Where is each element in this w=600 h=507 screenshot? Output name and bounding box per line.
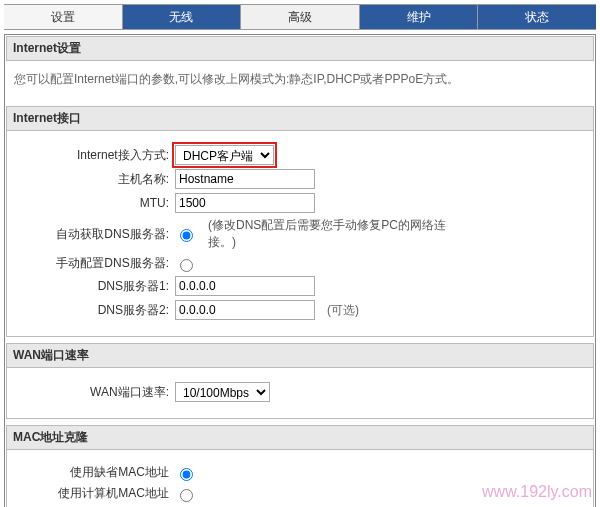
tab-status[interactable]: 状态 — [478, 5, 596, 29]
dns2-input[interactable] — [175, 300, 315, 320]
dns1-label: DNS服务器1: — [15, 278, 175, 295]
tab-maintenance[interactable]: 维护 — [360, 5, 479, 29]
dns1-input[interactable] — [175, 276, 315, 296]
hostname-input[interactable] — [175, 169, 315, 189]
tab-advanced[interactable]: 高级 — [241, 5, 360, 29]
internet-interface-body: Internet接入方式: DHCP客户端 主机名称: MTU: 自动获取DNS… — [6, 131, 594, 337]
watermark: www.192ly.com — [482, 483, 592, 501]
wan-rate-select[interactable]: 10/100Mbps — [175, 382, 270, 402]
main-panel: Internet设置 您可以配置Internet端口的参数,可以修改上网模式为:… — [4, 34, 596, 507]
tab-settings[interactable]: 设置 — [4, 5, 123, 29]
dns-auto-label: 自动获取DNS服务器: — [15, 226, 175, 243]
dns2-label: DNS服务器2: — [15, 302, 175, 319]
tab-wireless[interactable]: 无线 — [123, 5, 242, 29]
hostname-label: 主机名称: — [15, 171, 175, 188]
internet-interface-title: Internet接口 — [6, 106, 594, 131]
tab-bar: 设置 无线 高级 维护 状态 — [4, 4, 596, 30]
dns-auto-note: (修改DNS配置后需要您手动修复PC的网络连接。) — [208, 217, 468, 251]
internet-settings-desc: 您可以配置Internet端口的参数,可以修改上网模式为:静态IP,DHCP或者… — [6, 61, 594, 100]
access-mode-select[interactable]: DHCP客户端 — [175, 145, 274, 165]
wan-rate-title: WAN端口速率 — [6, 343, 594, 368]
mac-pc-radio[interactable] — [180, 489, 193, 502]
wan-rate-body: WAN端口速率: 10/100Mbps — [6, 368, 594, 419]
mac-default-radio[interactable] — [180, 468, 193, 481]
dns2-optional: (可选) — [327, 302, 359, 319]
mac-pc-label: 使用计算机MAC地址 — [15, 485, 175, 502]
mac-clone-title: MAC地址克隆 — [6, 425, 594, 450]
mtu-input[interactable] — [175, 193, 315, 213]
wan-rate-label: WAN端口速率: — [15, 384, 175, 401]
mac-default-label: 使用缺省MAC地址 — [15, 464, 175, 481]
access-mode-label: Internet接入方式: — [15, 147, 175, 164]
dns-manual-label: 手动配置DNS服务器: — [15, 255, 175, 272]
mtu-label: MTU: — [15, 196, 175, 210]
dns-manual-radio[interactable] — [180, 259, 193, 272]
dns-auto-radio[interactable] — [180, 229, 193, 242]
internet-settings-title: Internet设置 — [6, 36, 594, 61]
